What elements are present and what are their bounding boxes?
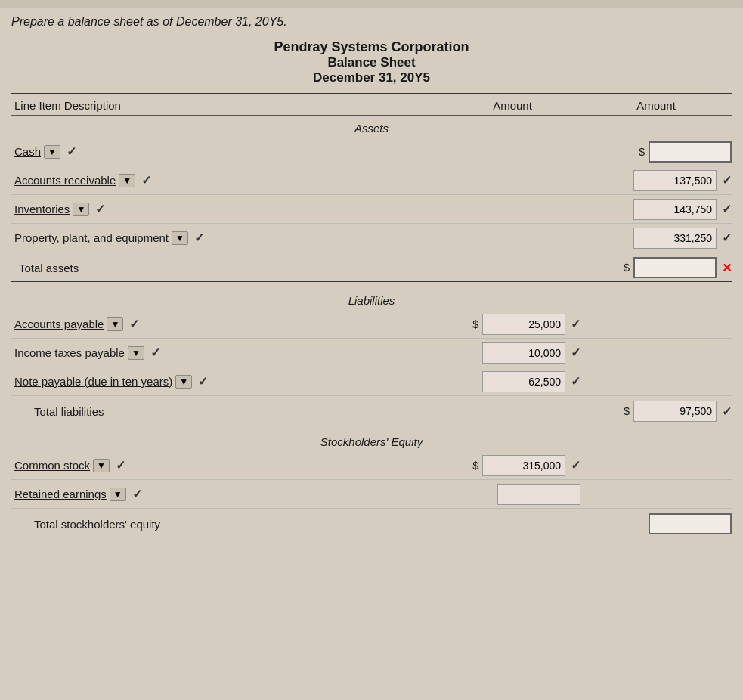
re-input[interactable] xyxy=(497,484,580,505)
equity-section-label: Stockholders' Equity xyxy=(11,429,732,451)
accounts-receivable-label: Accounts receivable xyxy=(14,174,116,187)
retained-earnings-label: Retained earnings xyxy=(14,488,107,500)
cs-amount-check: ✓ xyxy=(571,458,580,472)
table-header: Line Item Description Amount Amount xyxy=(11,94,732,116)
cs-input[interactable] xyxy=(482,455,565,476)
instruction-text: Prepare a balance sheet as of December 3… xyxy=(11,15,732,29)
total-assets-wrapper: $ ✕ xyxy=(580,257,732,278)
header-amount2: Amount xyxy=(580,99,732,112)
inv-dropdown[interactable]: ▼ xyxy=(73,203,89,216)
itp-check: ✓ xyxy=(150,345,160,360)
np-dropdown[interactable]: ▼ xyxy=(175,375,192,389)
np-amount1-wrapper: ✓ xyxy=(444,371,580,392)
income-taxes-label: Income taxes payable xyxy=(14,346,125,359)
ap-row-desc: Accounts payable ▼ ✓ xyxy=(11,317,444,331)
total-equity-row: Total stockholders' equity xyxy=(11,510,732,537)
ppe-dropdown[interactable]: ▼ xyxy=(172,231,188,245)
balance-sheet-table: Line Item Description Amount Amount Asse… xyxy=(11,93,732,537)
itp-dropdown[interactable]: ▼ xyxy=(128,346,144,360)
liabilities-section-label: Liabilities xyxy=(11,288,732,310)
company-name: Pendray Systems Corporation xyxy=(11,39,732,55)
total-liabilities-dollar: $ xyxy=(624,405,630,417)
itp-amount1-cell: ✓ xyxy=(444,342,580,364)
ppe-row-desc: Property, plant, and equipment ▼ ✓ xyxy=(11,231,444,245)
ap-dropdown[interactable]: ▼ xyxy=(107,317,123,331)
re-row-desc: Retained earnings ▼ ✓ xyxy=(11,487,444,501)
np-amount1-cell: ✓ xyxy=(444,371,580,392)
ar-amount2-cell: ✓ xyxy=(580,170,732,191)
cash-dropdown[interactable]: ▼ xyxy=(44,145,60,159)
cash-amount2-cell: $ xyxy=(580,141,732,163)
total-assets-label: Total assets xyxy=(11,262,444,274)
cs-check: ✓ xyxy=(116,458,125,472)
header-amount1: Amount xyxy=(444,99,580,112)
ar-amount-wrapper: ✓ xyxy=(580,170,732,191)
total-liabilities-row: Total liabilities $ ✓ xyxy=(11,398,732,425)
ppe-amount-wrapper: ✓ xyxy=(580,228,732,249)
total-liabilities-label: Total liabilities xyxy=(11,405,444,418)
table-row: Property, plant, and equipment ▼ ✓ ✓ xyxy=(11,224,732,252)
common-stock-label: Common stock xyxy=(14,459,90,472)
np-row-desc: Note payable (due in ten years) ▼ ✓ xyxy=(11,374,444,389)
ap-amount-check: ✓ xyxy=(571,317,580,331)
cash-label: Cash xyxy=(14,145,41,158)
table-row: Cash ▼ ✓ $ xyxy=(11,138,732,166)
inv-row-desc: Inventories ▼ ✓ xyxy=(11,202,444,216)
ap-dollar: $ xyxy=(472,318,478,330)
cs-dropdown[interactable]: ▼ xyxy=(93,459,110,472)
table-row: Retained earnings ▼ ✓ xyxy=(11,480,732,509)
total-equity-input[interactable] xyxy=(649,513,732,534)
ap-amount1-wrapper: $ ✓ xyxy=(444,314,580,335)
np-input[interactable] xyxy=(482,371,565,392)
sheet-date: December 31, 20Y5 xyxy=(11,70,732,85)
ap-check: ✓ xyxy=(129,317,139,331)
total-assets-dollar: $ xyxy=(624,262,630,274)
ar-dropdown[interactable]: ▼ xyxy=(119,174,135,187)
table-row: Inventories ▼ ✓ ✓ xyxy=(11,195,732,224)
re-check: ✓ xyxy=(132,487,142,501)
total-liabilities-input[interactable] xyxy=(633,401,717,422)
cs-amount1-wrapper: $ ✓ xyxy=(444,455,580,476)
total-liabilities-check: ✓ xyxy=(722,404,732,419)
total-equity-amount2-cell xyxy=(580,513,732,534)
assets-section-label: Assets xyxy=(11,116,732,138)
total-assets-input[interactable] xyxy=(633,257,717,278)
note-payable-label: Note payable (due in ten years) xyxy=(14,375,172,388)
np-check: ✓ xyxy=(198,374,208,389)
ar-input[interactable] xyxy=(633,170,717,191)
inv-amount-wrapper: ✓ xyxy=(580,199,732,220)
ppe-label: Property, plant, and equipment xyxy=(14,231,169,244)
re-dropdown[interactable]: ▼ xyxy=(110,488,126,501)
np-amount-check: ✓ xyxy=(571,374,580,389)
total-assets-amount2-cell: $ ✕ xyxy=(580,257,732,278)
itp-amount1-wrapper: ✓ xyxy=(444,342,580,364)
ap-input[interactable] xyxy=(482,314,565,335)
ar-amount-check: ✓ xyxy=(722,173,732,187)
inv-input[interactable] xyxy=(633,199,717,220)
header-desc: Line Item Description xyxy=(11,99,444,112)
cash-check: ✓ xyxy=(67,144,76,159)
total-assets-x: ✕ xyxy=(722,261,732,275)
company-header: Pendray Systems Corporation Balance Shee… xyxy=(11,39,732,85)
ar-check: ✓ xyxy=(141,173,151,187)
inv-check: ✓ xyxy=(95,202,105,216)
total-equity-label: Total stockholders' equity xyxy=(11,518,444,531)
ppe-amount2-cell: ✓ xyxy=(580,228,732,249)
cash-amount-wrapper: $ xyxy=(580,141,732,163)
cash-input[interactable] xyxy=(649,141,732,163)
re-amount1-cell xyxy=(444,484,580,505)
itp-amount-check: ✓ xyxy=(571,345,580,360)
table-row: Accounts receivable ▼ ✓ ✓ xyxy=(11,166,732,195)
total-liabilities-amount2-cell: $ ✓ xyxy=(580,401,732,422)
cs-amount1-cell: $ ✓ xyxy=(444,455,580,476)
re-amount1-wrapper xyxy=(444,484,580,505)
ppe-check: ✓ xyxy=(194,231,204,245)
balance-sheet-page: Prepare a balance sheet as of December 3… xyxy=(0,8,743,700)
ppe-input[interactable] xyxy=(633,228,717,249)
accounts-payable-label: Accounts payable xyxy=(14,317,104,330)
itp-input[interactable] xyxy=(482,342,565,364)
total-equity-wrapper xyxy=(580,513,732,534)
ppe-amount-check: ✓ xyxy=(722,231,732,245)
table-row: Common stock ▼ ✓ $ ✓ xyxy=(11,451,732,480)
inventories-label: Inventories xyxy=(14,203,70,215)
